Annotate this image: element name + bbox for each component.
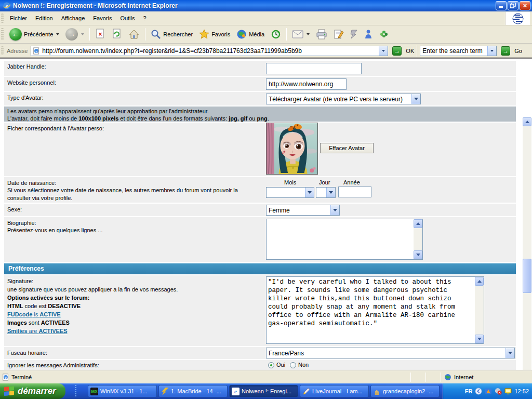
page-scrollbar[interactable]: [523, 117, 531, 399]
start-button[interactable]: démarrer: [0, 383, 65, 399]
mail-button[interactable]: [289, 26, 312, 42]
back-icon: ←: [9, 28, 22, 41]
back-dropdown-icon[interactable]: [56, 33, 59, 35]
forward-button[interactable]: →: [63, 26, 87, 42]
address-url[interactable]: http://forum.nolwenn.tv/index.php?t=regi…: [40, 47, 379, 55]
birthdate-day-select[interactable]: [316, 187, 336, 198]
task-livejournal[interactable]: LiveJournal - I am...: [300, 385, 369, 397]
search-dropdown-icon[interactable]: [487, 46, 496, 56]
clear-avatar-button[interactable]: Effacer Avatar: [320, 143, 374, 153]
home-button[interactable]: [126, 26, 142, 42]
history-button[interactable]: [268, 26, 284, 42]
avatar-type-select[interactable]: Télécharger Avatar (de votre PC vers le …: [266, 94, 421, 104]
svg-text:e: e: [6, 3, 8, 9]
edit-icon: [334, 29, 344, 39]
search-term-combo[interactable]: Enter the search term: [420, 46, 497, 56]
search-button[interactable]: Rechercher: [148, 26, 195, 42]
addressbar-grip[interactable]: [1, 46, 4, 56]
refresh-button[interactable]: [109, 26, 125, 42]
menu-edition[interactable]: Edition: [31, 14, 57, 23]
menu-aide[interactable]: ?: [139, 14, 151, 23]
clock[interactable]: 12:52: [514, 388, 529, 394]
fudcode-status-link[interactable]: FUDcode is ACTIVE: [7, 311, 61, 317]
radio-non-label[interactable]: Non: [298, 362, 309, 368]
menu-outils[interactable]: Outils: [116, 14, 139, 23]
windows-flag-icon: [4, 386, 15, 396]
task-nolwenn[interactable]: e Nolwenn !: Enregi...: [229, 385, 298, 397]
discuss-icon: [350, 30, 357, 39]
website-label: Website personnel:: [7, 79, 56, 86]
birthdate-year-input[interactable]: [338, 187, 371, 197]
birthdate-day-header: Jour: [319, 179, 330, 185]
menubar-grip[interactable]: [1, 14, 4, 23]
signature-scroll-down-icon[interactable]: [475, 335, 484, 343]
timezone-value: France/Paris: [269, 350, 505, 357]
media-button[interactable]: Média: [234, 26, 267, 42]
signature-text[interactable]: "I'd be very careful who I talked to abo…: [268, 278, 473, 342]
att-globe-logo: [505, 12, 530, 25]
task-grandecaplogin[interactable]: grandecaplogin2 -...: [370, 385, 440, 397]
svg-text:e: e: [5, 375, 6, 379]
print-button[interactable]: [313, 26, 330, 42]
quicklaunch-divider: [75, 385, 76, 397]
birthdate-month-header: Mois: [284, 179, 296, 185]
smilies-status-link[interactable]: Smilies are ACTIVEES: [7, 328, 68, 334]
day-select-arrow-icon[interactable]: [326, 188, 335, 197]
sex-value: Femme: [269, 207, 330, 214]
edit-button[interactable]: [331, 26, 347, 42]
task-winmx[interactable]: MX WinMX v3.31 - 1...: [88, 385, 157, 397]
close-button[interactable]: ×: [520, 1, 530, 10]
radio-non[interactable]: [290, 362, 296, 368]
menu-fichier[interactable]: Fichier: [6, 14, 31, 23]
stop-button[interactable]: ×: [92, 26, 108, 42]
title-bar: e Nolwenn !: Enregistrement - Microsoft …: [0, 0, 532, 11]
bio-text[interactable]: [268, 220, 412, 258]
bio-textarea[interactable]: [266, 219, 423, 260]
toolbar-grip[interactable]: [1, 28, 4, 41]
menu-favoris[interactable]: Favoris: [89, 14, 116, 23]
address-dropdown-icon[interactable]: [379, 46, 388, 56]
menu-affichage[interactable]: Affichage: [57, 14, 89, 23]
signature-textarea[interactable]: "I'd be very careful who I talked to abo…: [266, 276, 484, 344]
bio-scroll-up-icon[interactable]: [414, 219, 422, 228]
messenger-button[interactable]: [361, 26, 376, 42]
form-row-bio: Biographie: Présentez-vous en quelques l…: [4, 217, 516, 262]
restore-button[interactable]: [508, 1, 518, 10]
website-input[interactable]: [266, 78, 347, 90]
timezone-select[interactable]: France/Paris: [266, 348, 515, 358]
avatar-type-select-arrow-icon[interactable]: [411, 94, 420, 104]
timezone-select-arrow-icon[interactable]: [506, 348, 514, 358]
birthdate-month-select[interactable]: [266, 187, 314, 198]
scrollbar-thumb[interactable]: [523, 259, 531, 293]
sex-select[interactable]: Femme: [266, 205, 340, 216]
radio-oui[interactable]: [268, 362, 274, 368]
go-arrow-icon[interactable]: →: [501, 46, 510, 56]
mail-dropdown-icon[interactable]: [307, 33, 310, 35]
scroll-up-icon[interactable]: [523, 117, 531, 126]
month-select-arrow-icon[interactable]: [305, 188, 314, 197]
radio-oui-label[interactable]: Oui: [276, 362, 285, 368]
page-ie-icon: e: [33, 47, 40, 55]
task-macbride[interactable]: 1. MacBride - 14 -...: [158, 385, 228, 397]
pencil-icon: [302, 388, 310, 395]
bio-scroll-down-icon[interactable]: [414, 250, 422, 259]
go-label[interactable]: Go: [514, 48, 522, 54]
search-term-value[interactable]: Enter the search term: [420, 47, 487, 55]
discuss-button[interactable]: [348, 26, 360, 42]
jabber-input[interactable]: [266, 63, 362, 74]
minimize-button[interactable]: [496, 1, 507, 10]
ok-arrow-icon[interactable]: →: [392, 46, 402, 56]
back-button[interactable]: ← Précédente: [7, 26, 62, 42]
ok-label[interactable]: OK: [406, 48, 414, 54]
address-combo[interactable]: e http://forum.nolwenn.tv/index.php?t=re…: [31, 46, 388, 56]
signature-scrollbar[interactable]: [475, 277, 484, 343]
messenger-icon: [364, 29, 373, 39]
winmx-icon: MX: [90, 388, 98, 395]
form-row-website: Website personnel:: [4, 77, 516, 91]
favorites-button[interactable]: Favoris: [196, 26, 233, 42]
sex-select-arrow-icon[interactable]: [330, 205, 339, 215]
signature-scroll-up-icon[interactable]: [475, 277, 484, 286]
language-indicator[interactable]: FR: [465, 388, 473, 394]
bio-scrollbar[interactable]: [414, 219, 422, 259]
icq-button[interactable]: [377, 26, 391, 42]
